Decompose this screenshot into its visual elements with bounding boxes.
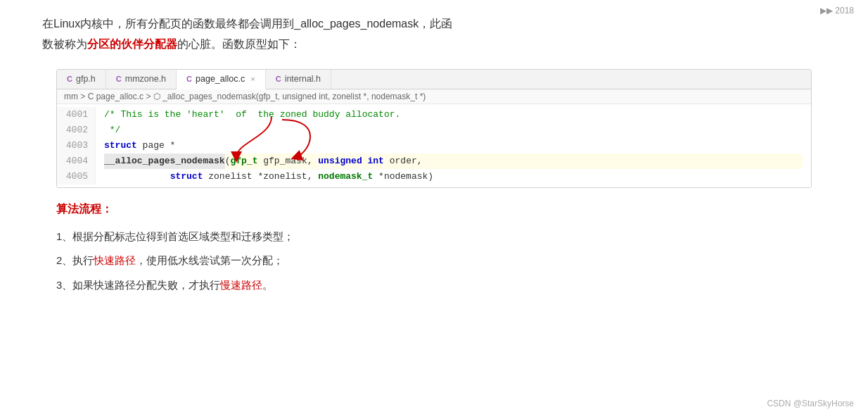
code-line-4004: __alloc_pages_nodemask(gfp_t gfp_mask, u…	[104, 154, 803, 169]
editor-tabs-bar: C gfp.h C mmzone.h C page_alloc.c × C in…	[57, 70, 811, 89]
tab-gfp[interactable]: C gfp.h	[57, 70, 106, 89]
breadcrumb-text: mm > C page_alloc.c > ⬡ _alloc_pages_nod…	[64, 92, 426, 101]
c-icon-internal: C	[276, 75, 281, 83]
algo-item-2-prefix: 2、执行	[56, 254, 94, 266]
top-right-label: ▶▶ 2018	[820, 6, 854, 15]
fn-name: __alloc_pages_nodemask	[104, 154, 225, 169]
algo-item-3-suffix: 。	[262, 279, 273, 291]
algo-item-3-prefix: 3、如果快速路径分配失败，才执行	[56, 279, 220, 291]
intro-text-1: 在Linux内核中，所有分配页的函数最终都会调用到_alloc_pages_no…	[42, 18, 452, 30]
code-lines: /* This is the 'heart' of the zoned budd…	[96, 107, 811, 185]
comment-4002: */	[104, 123, 120, 138]
intro-bold: 分区的伙伴分配器	[87, 38, 177, 50]
code-line-4003: struct page *	[104, 138, 803, 154]
zonelist-text: zonelist *zonelist,	[203, 169, 318, 185]
ln-4005: 4005	[64, 169, 88, 185]
algo-item-1-text: 1、根据分配标志位得到首选区域类型和迁移类型；	[56, 230, 294, 242]
tab-close-icon[interactable]: ×	[250, 75, 255, 83]
tab-mmzone[interactable]: C mmzone.h	[106, 70, 177, 89]
code-wrapper: 4001 4002 4003 4004 4005 /* This is the …	[57, 104, 811, 187]
c-icon-page-alloc: C	[186, 75, 192, 83]
code-editor: C gfp.h C mmzone.h C page_alloc.c × C in…	[56, 69, 812, 188]
watermark: CSDN @StarSkyHorse	[767, 399, 854, 408]
gfp_t-kw: gfp_t	[230, 154, 257, 169]
tab-page-alloc[interactable]: C page_alloc.c ×	[177, 70, 266, 89]
gfp-mask: gfp_mask,	[257, 154, 318, 169]
tab-label-gfp: gfp.h	[76, 74, 96, 84]
c-icon-mmzone: C	[116, 75, 122, 83]
algo-item-2-highlight: 快速路径	[94, 254, 136, 266]
unsigned-int-kw: unsigned int	[318, 154, 384, 169]
ln-4003: 4003	[64, 138, 88, 154]
algo-item-2-suffix: ，使用低水线尝试第一次分配；	[136, 254, 283, 266]
algo-item-3: 3、如果快速路径分配失败，才执行慢速路径。	[56, 275, 812, 296]
intro-text-3: 的心脏。函数原型如下：	[177, 38, 301, 50]
comment-4001: /* This is the 'heart' of the zoned budd…	[104, 107, 400, 123]
algo-title: 算法流程：	[56, 202, 812, 217]
ln-4001: 4001	[64, 107, 88, 123]
code-line-4001: /* This is the 'heart' of the zoned budd…	[104, 107, 803, 123]
paren-open: (	[225, 154, 231, 169]
breadcrumb-bar: mm > C page_alloc.c > ⬡ _alloc_pages_nod…	[57, 89, 811, 104]
line-numbers: 4001 4002 4003 4004 4005	[57, 107, 96, 185]
code-line-4002: */	[104, 123, 803, 138]
order-text: order,	[384, 154, 423, 169]
intro-paragraph: 在Linux内核中，所有分配页的函数最终都会调用到_alloc_pages_no…	[42, 14, 826, 55]
page-star: page *	[137, 138, 176, 154]
ln-4002: 4002	[64, 123, 88, 138]
algo-item-2: 2、执行快速路径，使用低水线尝试第一次分配；	[56, 251, 812, 271]
c-icon-gfp: C	[67, 75, 72, 83]
tab-label-mmzone: mmzone.h	[125, 74, 166, 84]
intro-text-2: 数被称为	[42, 38, 87, 50]
algo-item-3-highlight: 慢速路径	[220, 279, 262, 291]
tab-label-internal: internal.h	[285, 74, 321, 84]
tab-internal[interactable]: C internal.h	[266, 70, 331, 89]
tab-label-page-alloc: page_alloc.c	[196, 74, 245, 84]
kw-struct-4003: struct	[104, 138, 137, 154]
nodemask-text: *nodemask)	[373, 169, 433, 185]
algorithm-section: 算法流程： 1、根据分配标志位得到首选区域类型和迁移类型； 2、执行快速路径，使…	[42, 202, 826, 296]
nodemask-t-kw: nodemask_t	[318, 169, 373, 185]
struct-kw-4005: struct	[170, 169, 203, 185]
indent-4005	[104, 169, 170, 185]
code-line-4005: struct zonelist *zonelist, nodemask_t *n…	[104, 169, 803, 185]
ln-4004: 4004	[64, 154, 88, 169]
algo-item-1: 1、根据分配标志位得到首选区域类型和迁移类型；	[56, 227, 812, 247]
code-area: 4001 4002 4003 4004 4005 /* This is the …	[57, 104, 811, 187]
